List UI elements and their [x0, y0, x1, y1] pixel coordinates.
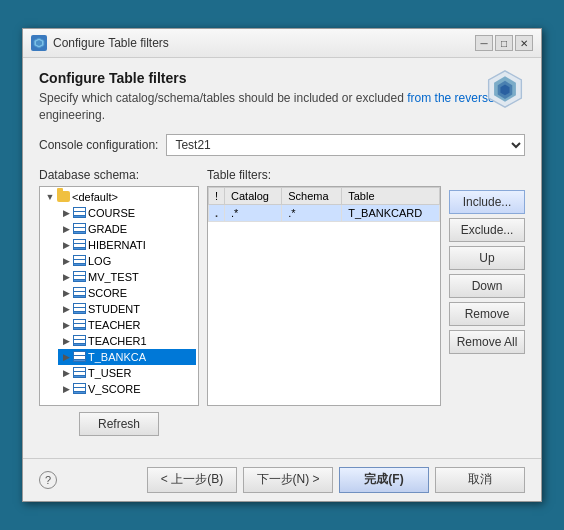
back-button[interactable]: < 上一步(B): [147, 467, 237, 493]
up-button[interactable]: Up: [449, 246, 525, 270]
table-icon-tuser: [72, 366, 86, 380]
tree-item-tbankca[interactable]: ▶ T_BANKCA: [58, 349, 196, 365]
table-icon-teacher1: [72, 334, 86, 348]
table-icon-teacher: [72, 318, 86, 332]
desc-highlight: from the reverse: [407, 91, 494, 105]
minimize-button[interactable]: ─: [475, 35, 493, 51]
table-icon-grade: [72, 222, 86, 236]
desc-text1: Specify which catalog/schema/tables shou…: [39, 91, 407, 105]
table-icon-vscore: [72, 382, 86, 396]
tree-item-vscore[interactable]: ▶ V_SCORE: [58, 381, 196, 397]
maximize-button[interactable]: □: [495, 35, 513, 51]
item-arrow: ▶: [60, 335, 72, 347]
item-arrow: ▶: [60, 271, 72, 283]
dialog-description: Specify which catalog/schema/tables shou…: [39, 90, 525, 124]
refresh-row: Refresh: [39, 412, 199, 436]
refresh-button[interactable]: Refresh: [79, 412, 159, 436]
filter-table: T_BANKCARD: [342, 204, 440, 221]
table-icon-tbankca: [72, 350, 86, 364]
close-button[interactable]: ✕: [515, 35, 533, 51]
cancel-button[interactable]: 取消: [435, 467, 525, 493]
left-panel: Database schema: ▼ <default> ▶: [39, 168, 199, 436]
item-label: MV_TEST: [88, 271, 139, 283]
col-schema: Schema: [282, 187, 342, 204]
item-arrow: ▶: [60, 223, 72, 235]
table-icon-log: [72, 254, 86, 268]
tree-item-hibernati[interactable]: ▶ HIBERNATI: [58, 237, 196, 253]
item-label: T_BANKCA: [88, 351, 146, 363]
tree-item-teacher1[interactable]: ▶ TEACHER1: [58, 333, 196, 349]
dialog-body: Configure Table filters Specify which ca…: [23, 58, 541, 458]
tree-item-tuser[interactable]: ▶ T_USER: [58, 365, 196, 381]
titlebar-controls: ─ □ ✕: [475, 35, 533, 51]
filters-table: ! Catalog Schema Table . .*: [208, 187, 440, 222]
exclude-button[interactable]: Exclude...: [449, 218, 525, 242]
tree-item-grade[interactable]: ▶ GRADE: [58, 221, 196, 237]
help-button[interactable]: ?: [39, 471, 57, 489]
root-folder-icon: [56, 190, 70, 204]
item-arrow: ▶: [60, 383, 72, 395]
dialog-window: Configure Table filters ─ □ ✕ Configure …: [22, 28, 542, 502]
tree-container[interactable]: ▼ <default> ▶ COURSE: [39, 186, 199, 406]
item-arrow: ▶: [60, 303, 72, 315]
right-panel: Table filters: ! Catalog Schema Table: [207, 168, 525, 436]
dialog-title: Configure Table filters: [39, 70, 525, 86]
dialog-header: Configure Table filters Specify which ca…: [39, 70, 525, 124]
item-label: TEACHER: [88, 319, 141, 331]
titlebar-title: Configure Table filters: [53, 36, 169, 50]
remove-button[interactable]: Remove: [449, 302, 525, 326]
filter-indicator: .: [209, 204, 225, 221]
table-icon-hibernati: [72, 238, 86, 252]
filter-schema: .*: [282, 204, 342, 221]
tree-item-score[interactable]: ▶ SCORE: [58, 285, 196, 301]
finish-button[interactable]: 完成(F): [339, 467, 429, 493]
item-label: LOG: [88, 255, 111, 267]
item-label: V_SCORE: [88, 383, 141, 395]
item-arrow: ▶: [60, 287, 72, 299]
footer-left: ?: [39, 471, 57, 489]
desc-text2: engineering.: [39, 108, 105, 122]
item-label: HIBERNATI: [88, 239, 146, 251]
config-row: Console configuration: Test21: [39, 134, 525, 156]
filters-label: Table filters:: [207, 168, 441, 182]
config-select[interactable]: Test21: [166, 134, 525, 156]
left-panel-label: Database schema:: [39, 168, 199, 182]
root-arrow: ▼: [44, 191, 56, 203]
item-arrow: ▶: [60, 239, 72, 251]
table-icon-score: [72, 286, 86, 300]
filters-section: Table filters: ! Catalog Schema Table: [207, 168, 441, 406]
tree-item-mvtest[interactable]: ▶ MV_TEST: [58, 269, 196, 285]
filters-table-container[interactable]: ! Catalog Schema Table . .*: [207, 186, 441, 406]
col-indicator: !: [209, 187, 225, 204]
item-label: SCORE: [88, 287, 127, 299]
item-arrow: ▶: [60, 351, 72, 363]
table-icon-student: [72, 302, 86, 316]
item-arrow: ▶: [60, 319, 72, 331]
item-label: TEACHER1: [88, 335, 147, 347]
filter-catalog: .*: [225, 204, 282, 221]
footer-right: < 上一步(B) 下一步(N) > 完成(F) 取消: [147, 467, 525, 493]
item-label: STUDENT: [88, 303, 140, 315]
col-table: Table: [342, 187, 440, 204]
item-label: T_USER: [88, 367, 131, 379]
tree-item-course[interactable]: ▶ COURSE: [58, 205, 196, 221]
tree-item-student[interactable]: ▶ STUDENT: [58, 301, 196, 317]
include-button[interactable]: Include...: [449, 190, 525, 214]
item-label: GRADE: [88, 223, 127, 235]
item-arrow: ▶: [60, 207, 72, 219]
remove-all-button[interactable]: Remove All: [449, 330, 525, 354]
titlebar: Configure Table filters ─ □ ✕: [23, 29, 541, 58]
config-label: Console configuration:: [39, 138, 158, 152]
action-buttons: Include... Exclude... Up Down Remove Rem…: [449, 168, 525, 406]
down-button[interactable]: Down: [449, 274, 525, 298]
next-button[interactable]: 下一步(N) >: [243, 467, 333, 493]
dialog-footer: ? < 上一步(B) 下一步(N) > 完成(F) 取消: [23, 458, 541, 501]
config-select-wrapper: Test21: [166, 134, 525, 156]
table-icon-course: [72, 206, 86, 220]
filter-row[interactable]: . .* .* T_BANKCARD: [209, 204, 440, 221]
col-catalog: Catalog: [225, 187, 282, 204]
dialog-icon: [31, 35, 47, 51]
tree-root[interactable]: ▼ <default>: [42, 189, 196, 205]
tree-item-teacher[interactable]: ▶ TEACHER: [58, 317, 196, 333]
tree-item-log[interactable]: ▶ LOG: [58, 253, 196, 269]
